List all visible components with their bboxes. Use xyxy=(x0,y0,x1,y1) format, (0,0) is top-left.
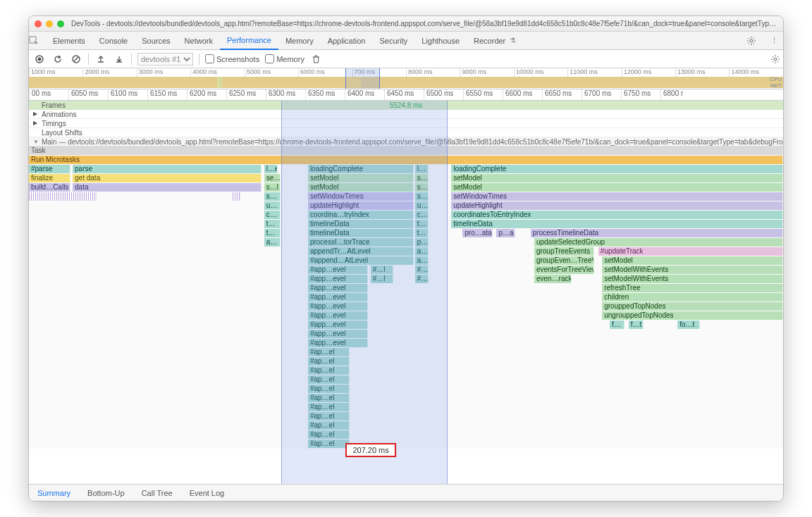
tab-application[interactable]: Application xyxy=(321,32,373,50)
flame-bar[interactable]: #…l xyxy=(371,266,393,274)
reload-icon[interactable] xyxy=(51,53,64,66)
flame-bar[interactable]: #app…evel xyxy=(308,302,369,311)
flame-bar[interactable]: l…e xyxy=(264,165,278,173)
flame-bar[interactable]: updateHighlight xyxy=(451,201,783,210)
tab-network[interactable]: Network xyxy=(178,32,220,50)
timings-track[interactable]: ▶Timings xyxy=(29,119,783,128)
flame-bar[interactable]: s… xyxy=(415,192,429,201)
flame-bar[interactable]: c… xyxy=(415,211,429,219)
flame-bar[interactable]: loadingComplete xyxy=(451,165,783,173)
flame-bar[interactable]: setModelWithEvents xyxy=(602,266,783,274)
layout-shifts-track[interactable]: Layout Shifts xyxy=(29,128,783,137)
flame-bar[interactable]: f… xyxy=(610,320,625,329)
trash-icon[interactable] xyxy=(310,53,323,66)
flame-bar[interactable]: processTimelineData xyxy=(531,229,783,237)
flame-bar[interactable]: setModel xyxy=(602,256,783,265)
memory-checkbox[interactable]: Memory xyxy=(265,54,304,63)
detail-time-ruler[interactable]: 00 ms6050 ms6100 ms6150 ms6200 ms6250 ms… xyxy=(29,89,783,101)
tab-recorder[interactable]: Recorder xyxy=(467,32,512,50)
download-icon[interactable] xyxy=(113,53,125,66)
flame-bar[interactable]: setWindowTimes xyxy=(451,192,783,201)
tab-security[interactable]: Security xyxy=(372,32,414,50)
flame-bar[interactable]: t… xyxy=(415,229,429,237)
disclosure-icon[interactable]: ▼ xyxy=(33,139,39,145)
disclosure-icon[interactable]: ▶ xyxy=(33,111,37,117)
flame-bar[interactable]: s… xyxy=(415,174,429,182)
flame-bar[interactable]: appendTr…AtLevel xyxy=(308,247,414,256)
details-tab-event-log[interactable]: Event Log xyxy=(181,485,233,502)
flame-bar[interactable]: fo…t xyxy=(677,320,700,329)
flame-bar[interactable]: u… xyxy=(264,201,281,210)
flame-bar[interactable]: l… xyxy=(415,165,429,173)
minimize-button[interactable] xyxy=(46,20,53,27)
flame-bar[interactable]: processI…torTrace xyxy=(308,238,414,247)
flame-bar[interactable]: #app…evel xyxy=(308,275,369,283)
capture-settings-icon[interactable] xyxy=(770,54,780,64)
flame-bar[interactable]: #app…evel xyxy=(308,293,369,301)
flame-bar[interactable]: even…rack xyxy=(534,275,572,283)
tab-performance[interactable]: Performance xyxy=(220,32,278,50)
timeline-overview[interactable]: 1000 ms2000 ms3000 ms4000 ms5000 ms6000 … xyxy=(29,68,783,89)
flame-bar[interactable]: timelineData xyxy=(451,220,783,228)
clear-icon[interactable] xyxy=(70,53,82,66)
flame-bar[interactable]: a… xyxy=(264,238,281,247)
tab-sources[interactable]: Sources xyxy=(135,32,177,50)
details-tab-summary[interactable]: Summary xyxy=(29,485,79,502)
flame-bar[interactable]: timelineData xyxy=(308,220,414,228)
flame-bar[interactable]: ungrouppedTopNodes xyxy=(602,311,783,320)
animations-track[interactable]: ▶Animations xyxy=(29,110,783,119)
screenshots-checkbox[interactable]: Screenshots xyxy=(205,54,259,63)
flame-bar[interactable]: t… xyxy=(415,220,429,228)
flame-bar[interactable]: a… xyxy=(415,247,429,256)
flame-bar[interactable]: #app…evel xyxy=(308,266,369,274)
flame-bar[interactable]: updateHighlight xyxy=(308,201,414,210)
flame-bar[interactable]: Run Microtasks xyxy=(29,156,783,164)
flame-bar[interactable]: groupEven…TreeView xyxy=(534,256,595,265)
flame-bar[interactable]: p… xyxy=(415,238,429,247)
flame-bar[interactable]: #ap…el xyxy=(308,348,350,356)
flame-bar[interactable]: timelineData xyxy=(308,229,414,237)
flame-bar[interactable]: Task xyxy=(29,147,783,155)
flame-bar[interactable]: #ap…el xyxy=(308,412,350,421)
flame-bar[interactable]: #app…evel xyxy=(308,311,369,320)
flame-bar[interactable]: coordina…tryIndex xyxy=(308,211,414,219)
flame-bar[interactable]: s… xyxy=(415,183,429,192)
flame-bar[interactable]: #append…AtLevel xyxy=(308,256,414,265)
flame-bar[interactable]: c… xyxy=(264,211,281,219)
flame-bar[interactable]: eventsForTreeView xyxy=(534,266,595,274)
flame-bar[interactable]: se…l xyxy=(264,174,281,182)
flame-bar[interactable]: setWindowTimes xyxy=(308,192,414,201)
flame-bar[interactable]: setModel xyxy=(451,183,783,192)
flame-bar[interactable]: #…l xyxy=(371,275,393,283)
flame-bar[interactable]: #ap…el xyxy=(308,357,350,366)
flame-bar[interactable]: updateSelectedGroup xyxy=(534,238,783,247)
flame-bar[interactable]: setModelWithEvents xyxy=(602,275,783,283)
flame-bar[interactable]: a… xyxy=(415,256,429,265)
flame-bar[interactable]: setModel xyxy=(308,183,414,192)
flame-bar[interactable]: data xyxy=(73,183,262,192)
tab-elements[interactable]: Elements xyxy=(46,32,92,50)
flame-bar[interactable]: loadingComplete xyxy=(308,165,414,173)
flame-bar[interactable]: finalize xyxy=(29,174,70,182)
flame-bar[interactable]: grouppedTopNodes xyxy=(602,302,783,311)
flame-bar[interactable]: groupTreeEvents xyxy=(534,247,595,256)
flame-chart-area[interactable]: Frames 5524.8 ms ▶Animations ▶Timings La… xyxy=(29,101,783,484)
flame-bar[interactable]: coordinatesToEntryIndex xyxy=(451,211,783,219)
flame-bar[interactable]: build…Calls xyxy=(29,183,70,192)
details-tab-bottom-up[interactable]: Bottom-Up xyxy=(79,485,133,502)
flame-bar[interactable]: t… xyxy=(264,229,281,237)
settings-icon[interactable] xyxy=(746,36,765,46)
flame-bar[interactable]: children xyxy=(602,293,783,301)
flame-bar[interactable]: get data xyxy=(73,174,262,182)
profile-selector[interactable]: devtools #1 xyxy=(137,53,193,66)
flame-bar[interactable]: pro…ata xyxy=(462,229,493,237)
flame-bar[interactable]: parse xyxy=(73,165,262,173)
flame-bar[interactable]: p…a xyxy=(496,229,515,237)
flame-bar[interactable]: setModel xyxy=(451,174,783,182)
flame-bar[interactable]: #ap…el xyxy=(308,403,350,411)
flame-bar[interactable]: #ap…el xyxy=(308,421,350,430)
close-button[interactable] xyxy=(35,20,42,27)
flame-bar[interactable]: #… xyxy=(415,266,429,274)
flame-bar[interactable]: #app…evel xyxy=(308,330,369,338)
inspect-element-icon[interactable] xyxy=(29,36,46,46)
